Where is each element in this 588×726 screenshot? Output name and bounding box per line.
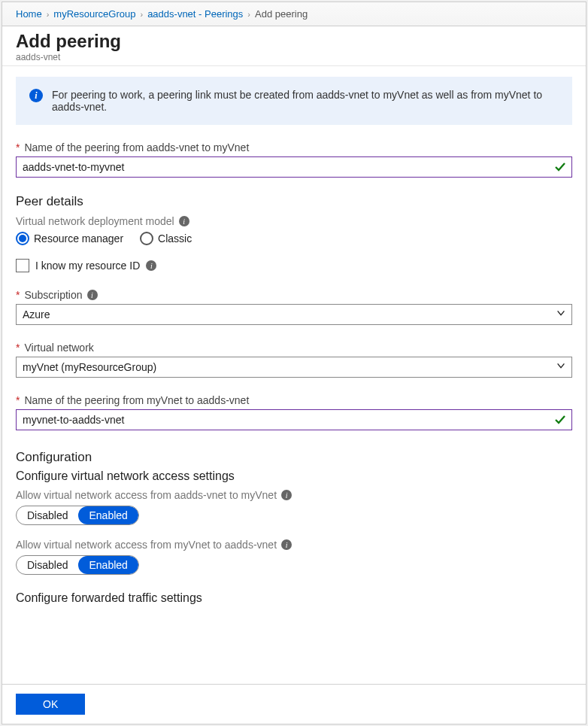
know-resource-id-label: I know my resource ID <box>35 260 140 272</box>
radio-classic-label: Classic <box>158 232 192 245</box>
configure-access-heading: Configure virtual network access setting… <box>16 469 572 483</box>
toggle-enabled[interactable]: Enabled <box>78 506 138 524</box>
peering-name-1-input[interactable] <box>16 156 572 178</box>
info-text: For peering to work, a peering link must… <box>52 89 559 113</box>
virtual-network-label: Virtual network <box>24 342 93 354</box>
peering-name-2-input[interactable] <box>16 409 572 430</box>
valid-check-icon <box>554 161 566 173</box>
info-icon[interactable]: i <box>281 539 292 550</box>
breadcrumb: Home › myResourceGroup › aadds-vnet - Pe… <box>2 2 586 26</box>
know-resource-id-checkbox[interactable] <box>16 259 29 272</box>
deployment-model-label: Virtual network deployment model <box>16 215 174 227</box>
valid-check-icon <box>554 414 566 426</box>
info-icon[interactable]: i <box>146 260 156 271</box>
allow-access-1-toggle[interactable]: Disabled Enabled <box>16 506 139 525</box>
toggle-enabled[interactable]: Enabled <box>78 556 138 574</box>
allow-access-1-label: Allow virtual network access from aadds-… <box>16 489 277 501</box>
footer-bar: OK <box>2 684 586 724</box>
virtual-network-select[interactable]: myVnet (myResourceGroup) <box>16 357 572 378</box>
radio-resource-manager[interactable]: Resource manager <box>16 232 123 245</box>
required-asterisk: * <box>16 394 20 406</box>
toggle-disabled[interactable]: Disabled <box>17 556 78 574</box>
configure-forwarded-heading: Configure forwarded traffic settings <box>16 591 572 605</box>
toggle-disabled[interactable]: Disabled <box>17 506 78 524</box>
peering-name-2-label: Name of the peering from myVnet to aadds… <box>24 394 249 406</box>
radio-icon <box>16 232 29 245</box>
required-asterisk: * <box>16 141 20 153</box>
required-asterisk: * <box>16 289 20 301</box>
chevron-down-icon <box>556 360 566 374</box>
ok-button[interactable]: OK <box>16 694 85 715</box>
configuration-heading: Configuration <box>16 450 572 465</box>
radio-icon <box>140 232 153 245</box>
breadcrumb-vnet[interactable]: aadds-vnet - Peerings <box>147 8 243 20</box>
page-subtitle: aadds-vnet <box>16 52 572 62</box>
info-icon[interactable]: i <box>281 490 292 500</box>
radio-rm-label: Resource manager <box>34 232 123 245</box>
page-header: Add peering aadds-vnet <box>2 26 586 65</box>
chevron-down-icon <box>556 308 566 321</box>
peering-name-1-label: Name of the peering from aadds-vnet to m… <box>24 141 249 153</box>
radio-classic[interactable]: Classic <box>140 232 192 245</box>
allow-access-2-toggle[interactable]: Disabled Enabled <box>16 555 139 575</box>
subscription-label: Subscription <box>24 289 82 301</box>
required-asterisk: * <box>16 342 20 354</box>
chevron-right-icon: › <box>140 10 143 19</box>
info-icon: i <box>29 89 43 102</box>
info-icon[interactable]: i <box>179 216 189 226</box>
info-banner: i For peering to work, a peering link mu… <box>16 77 572 125</box>
breadcrumb-home[interactable]: Home <box>16 8 42 20</box>
allow-access-2-label: Allow virtual network access from myVnet… <box>16 539 277 551</box>
subscription-select[interactable]: Azure <box>16 304 572 325</box>
peer-details-heading: Peer details <box>16 194 572 209</box>
breadcrumb-current: Add peering <box>255 8 308 20</box>
chevron-right-icon: › <box>247 10 250 19</box>
info-icon[interactable]: i <box>87 290 98 300</box>
breadcrumb-group[interactable]: myResourceGroup <box>53 8 135 20</box>
chevron-right-icon: › <box>47 10 50 19</box>
page-title: Add peering <box>16 31 572 52</box>
